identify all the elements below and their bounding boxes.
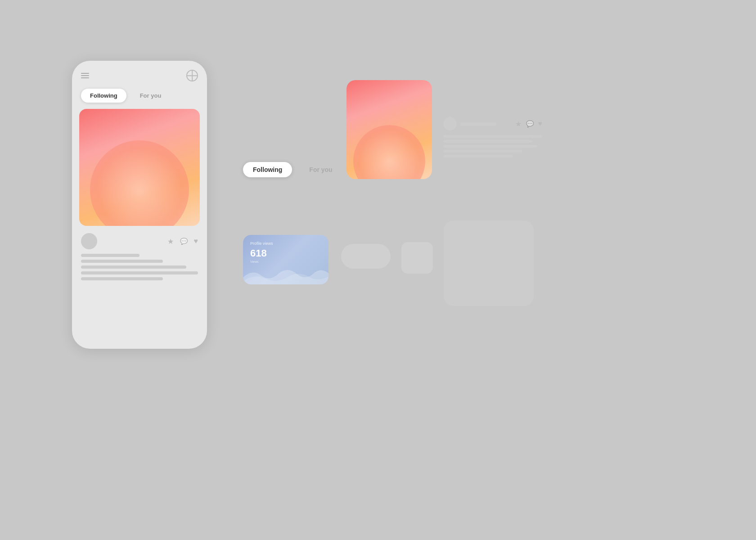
review-line-3 <box>443 145 537 148</box>
pill-button[interactable] <box>341 244 391 269</box>
stats-card-sublabel: Views <box>250 260 321 263</box>
standalone-tab-switcher: Following For you <box>243 162 342 177</box>
phone-text-line-3 <box>81 266 186 269</box>
stats-card: Profile views 618 Views <box>243 235 328 284</box>
phone-header <box>79 70 200 81</box>
phone-post-avatar <box>81 233 97 249</box>
review-line-2 <box>443 140 532 143</box>
phone-image-circle <box>90 140 189 226</box>
globe-icon[interactable] <box>186 70 198 81</box>
review-comment-icon[interactable] <box>526 120 534 128</box>
standalone-tab-following[interactable]: Following <box>243 162 292 177</box>
large-square-card <box>444 220 534 306</box>
review-line-4 <box>443 150 522 153</box>
phone-mockup: Following For you <box>72 61 207 349</box>
phone-text-line-1 <box>81 254 140 257</box>
review-name-line <box>460 122 496 126</box>
review-action-icons <box>515 120 543 128</box>
stats-wave-svg <box>243 264 328 284</box>
phone-tab-switcher: Following For you <box>79 89 200 103</box>
large-image-card <box>346 80 432 179</box>
review-header <box>443 117 542 130</box>
stats-card-label: Profile views <box>250 241 321 246</box>
phone-post-text <box>79 254 200 280</box>
large-image-circle <box>353 125 425 179</box>
phone-heart-icon[interactable] <box>194 237 198 245</box>
phone-post-image <box>79 109 200 226</box>
phone-tab-following[interactable]: Following <box>81 89 126 103</box>
review-line-1 <box>443 135 542 138</box>
review-card <box>443 117 542 158</box>
phone-post-actions <box>79 233 200 249</box>
review-avatar <box>443 117 457 130</box>
review-heart-icon[interactable] <box>538 120 543 128</box>
phone-star-icon[interactable] <box>167 237 174 246</box>
phone-comment-icon[interactable] <box>180 237 188 245</box>
phone-action-icons <box>167 237 198 246</box>
phone-text-line-2 <box>81 260 163 263</box>
review-text-block <box>443 135 542 158</box>
phone-text-line-4 <box>81 271 198 274</box>
phone-text-line-5 <box>81 277 163 280</box>
stats-card-value: 618 <box>250 248 321 259</box>
hamburger-icon[interactable] <box>81 73 89 78</box>
review-line-5 <box>443 155 513 158</box>
phone-tab-for-you[interactable]: For you <box>131 89 171 103</box>
small-square-card <box>401 242 433 274</box>
standalone-tab-for-you[interactable]: For you <box>299 162 342 177</box>
review-star-icon[interactable] <box>515 120 522 128</box>
